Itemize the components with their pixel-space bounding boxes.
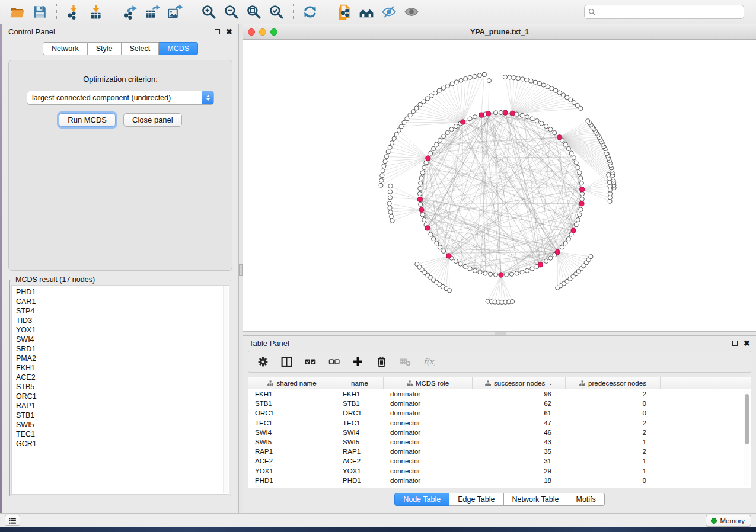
column-header-MCDS-role[interactable]: MCDS role bbox=[384, 377, 473, 389]
cell-name[interactable]: RAP1 bbox=[336, 448, 384, 455]
cell-predecessor-nodes[interactable]: 2 bbox=[566, 419, 661, 427]
task-history-button[interactable] bbox=[5, 515, 20, 526]
memory-button[interactable]: Memory bbox=[706, 515, 751, 527]
table-row[interactable]: SWI5SWI5connector431 bbox=[248, 437, 751, 447]
list-item[interactable]: TEC1 bbox=[16, 430, 229, 439]
cell-predecessor-nodes[interactable]: 1 bbox=[566, 438, 661, 446]
export-table-button[interactable] bbox=[143, 2, 162, 21]
maximize-window-icon[interactable] bbox=[270, 28, 277, 36]
save-button[interactable] bbox=[30, 2, 49, 21]
list-item[interactable]: SWI4 bbox=[16, 335, 229, 344]
list-item[interactable]: CAR1 bbox=[16, 297, 229, 306]
cell-shared-name[interactable]: YOX1 bbox=[248, 467, 336, 475]
network-titlebar[interactable]: YPA_prune.txt_1 bbox=[243, 24, 756, 40]
cell-predecessor-nodes[interactable]: 1 bbox=[566, 457, 661, 464]
list-item[interactable]: GCR1 bbox=[16, 439, 229, 448]
cell-successor-nodes[interactable]: 46 bbox=[473, 429, 566, 436]
table-row[interactable]: ORC1ORC1dominator610 bbox=[248, 408, 751, 418]
cell-predecessor-nodes[interactable]: 2 bbox=[566, 429, 661, 436]
show-details-button[interactable] bbox=[402, 2, 421, 21]
cell-shared-name[interactable]: RAP1 bbox=[248, 448, 336, 455]
cell-successor-nodes[interactable]: 31 bbox=[473, 457, 566, 464]
select-all-button[interactable] bbox=[304, 355, 317, 368]
cell-shared-name[interactable]: TEC1 bbox=[248, 419, 336, 427]
list-item[interactable]: PHD1 bbox=[16, 287, 229, 297]
column-header-name[interactable]: name bbox=[336, 377, 384, 389]
list-item[interactable]: ORC1 bbox=[16, 392, 229, 401]
cell-MCDS-role[interactable]: connector bbox=[384, 457, 473, 464]
export-network-button[interactable] bbox=[120, 2, 139, 21]
cell-shared-name[interactable]: SWI5 bbox=[248, 438, 336, 446]
cell-name[interactable]: TEC1 bbox=[336, 419, 384, 427]
delete-button[interactable] bbox=[375, 355, 388, 368]
table-row[interactable]: PHD1PHD1dominator180 bbox=[248, 476, 751, 485]
cell-MCDS-role[interactable]: connector bbox=[384, 419, 473, 427]
list-item[interactable]: SRD1 bbox=[16, 344, 229, 354]
tab-edge-table[interactable]: Edge Table bbox=[449, 493, 503, 506]
export-image-button[interactable] bbox=[165, 2, 184, 21]
table-row[interactable]: RAP1RAP1dominator352 bbox=[248, 447, 751, 456]
columns-button[interactable] bbox=[280, 355, 293, 368]
cell-shared-name[interactable]: STB1 bbox=[248, 400, 336, 407]
cell-name[interactable]: SWI5 bbox=[336, 438, 384, 446]
cell-shared-name[interactable]: ORC1 bbox=[248, 409, 336, 416]
list-item[interactable]: TID3 bbox=[16, 316, 229, 325]
list-item[interactable]: ACE2 bbox=[16, 373, 229, 382]
add-button[interactable] bbox=[352, 355, 364, 368]
delete-table-button[interactable] bbox=[399, 355, 412, 368]
float-panel-icon[interactable] bbox=[732, 341, 738, 346]
table-row[interactable]: YOX1YOX1connector291 bbox=[248, 466, 751, 476]
list-item[interactable]: SWI5 bbox=[16, 420, 229, 430]
table-row[interactable]: STB1STB1dominator620 bbox=[248, 399, 751, 408]
cell-successor-nodes[interactable]: 35 bbox=[473, 448, 566, 455]
mcds-result-list[interactable]: PHD1CAR1STP4TID3YOX1SWI4SRD1PMA2FKH1ACE2… bbox=[11, 285, 229, 495]
open-button[interactable] bbox=[8, 2, 27, 21]
cell-MCDS-role[interactable]: dominator bbox=[384, 429, 473, 436]
cell-MCDS-role[interactable]: dominator bbox=[384, 448, 473, 455]
tab-network-table[interactable]: Network Table bbox=[504, 493, 568, 506]
settings-button[interactable] bbox=[257, 355, 269, 368]
cell-predecessor-nodes[interactable]: 2 bbox=[566, 390, 661, 398]
zoom-fit-button[interactable] bbox=[244, 2, 263, 21]
tab-mcds[interactable]: MCDS bbox=[159, 42, 198, 55]
cell-name[interactable]: FKH1 bbox=[336, 390, 384, 398]
cell-MCDS-role[interactable]: dominator bbox=[384, 390, 473, 398]
column-header-shared-name[interactable]: shared name bbox=[248, 377, 336, 389]
zoom-out-button[interactable] bbox=[222, 2, 241, 21]
column-header-successor-nodes[interactable]: successor nodes⌄ bbox=[473, 377, 566, 389]
cell-name[interactable]: YOX1 bbox=[336, 467, 384, 475]
cell-predecessor-nodes[interactable]: 0 bbox=[566, 477, 661, 484]
cell-MCDS-role[interactable]: connector bbox=[384, 438, 473, 446]
import-table-button[interactable] bbox=[87, 2, 106, 21]
cell-name[interactable]: ORC1 bbox=[336, 409, 384, 416]
zoom-selected-button[interactable] bbox=[267, 2, 286, 21]
cell-successor-nodes[interactable]: 29 bbox=[473, 467, 566, 475]
close-panel-icon[interactable]: ✖ bbox=[226, 28, 232, 36]
list-item[interactable]: RAP1 bbox=[16, 401, 229, 411]
cell-predecessor-nodes[interactable]: 0 bbox=[566, 400, 661, 407]
cell-successor-nodes[interactable]: 47 bbox=[473, 419, 566, 427]
table-row[interactable]: SWI4SWI4dominator462 bbox=[248, 428, 751, 437]
cell-MCDS-role[interactable]: dominator bbox=[384, 400, 473, 407]
table-row[interactable]: FKH1FKH1dominator962 bbox=[248, 389, 751, 399]
cell-successor-nodes[interactable]: 61 bbox=[473, 409, 566, 416]
cell-predecessor-nodes[interactable]: 2 bbox=[566, 448, 661, 455]
column-header-predecessor-nodes[interactable]: predecessor nodes bbox=[566, 377, 661, 389]
search-input[interactable] bbox=[598, 8, 740, 16]
cell-shared-name[interactable]: ACE2 bbox=[248, 457, 336, 464]
table-scrollbar[interactable] bbox=[744, 391, 749, 486]
cell-predecessor-nodes[interactable]: 0 bbox=[566, 409, 661, 416]
tab-style[interactable]: Style bbox=[88, 42, 122, 55]
cell-name[interactable]: ACE2 bbox=[336, 457, 384, 464]
network-canvas[interactable] bbox=[243, 40, 756, 331]
table-row[interactable]: TEC1TEC1connector472 bbox=[248, 418, 751, 428]
minimize-window-icon[interactable] bbox=[259, 28, 266, 36]
splitter-grip[interactable] bbox=[495, 332, 506, 335]
list-item[interactable]: STP4 bbox=[16, 306, 229, 316]
cell-shared-name[interactable]: PHD1 bbox=[248, 477, 336, 484]
run-mcds-button[interactable]: Run MCDS bbox=[59, 113, 116, 127]
search-box[interactable] bbox=[584, 5, 744, 19]
cell-name[interactable]: STB1 bbox=[336, 400, 384, 407]
tab-select[interactable]: Select bbox=[122, 42, 160, 55]
list-item[interactable]: STB1 bbox=[16, 411, 229, 420]
